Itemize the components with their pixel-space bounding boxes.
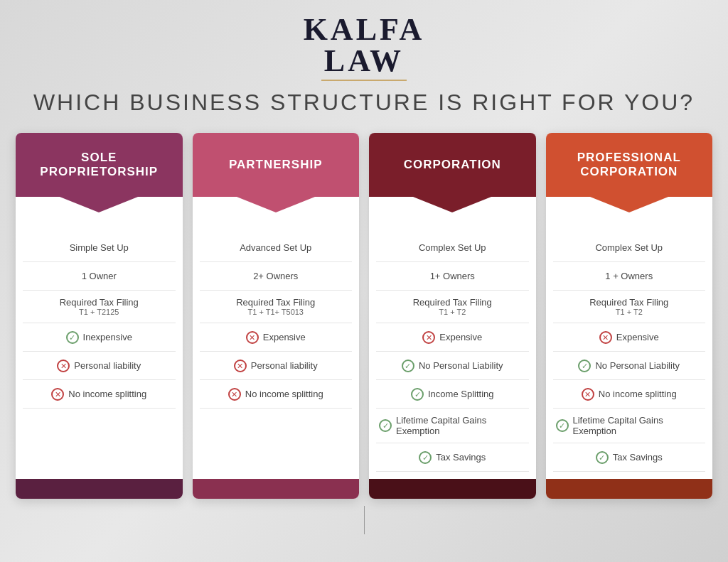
check-icon: ✓	[411, 388, 424, 401]
corporation-feature-1: 1+ Owners	[376, 262, 529, 291]
sole-arrow	[60, 197, 138, 212]
column-sole: SOLEPROPRIETORSHIPSimple Set Up1 OwnerRe…	[16, 133, 183, 499]
corporation-feature-2: Required Tax FilingT1 + T2	[376, 291, 529, 323]
professional-feature-label-3: Expensive	[616, 332, 659, 342]
cross-icon: ✕	[582, 388, 594, 401]
partnership-feature-0: Advanced Set Up	[200, 234, 353, 262]
professional-feature-label-5: No income splitting	[599, 389, 677, 399]
logo-underline	[321, 80, 407, 81]
check-icon: ✓	[66, 331, 79, 344]
sole-feature-label-4: Personal liability	[74, 360, 141, 371]
logo-line2: LAW	[324, 45, 404, 77]
corporation-feature-0: Complex Set Up	[376, 234, 529, 262]
professional-feature-3: ✕Expensive	[553, 323, 706, 352]
partnership-feature-label-3: Expensive	[263, 332, 306, 342]
professional-feature-1: 1 + Owners	[553, 262, 706, 291]
corporation-feature-6: ✓Lifetime Capital Gains Exemption	[376, 409, 529, 443]
professional-arrow	[590, 197, 668, 212]
professional-feature-0: Complex Set Up	[553, 234, 706, 262]
main-title: WHICH BUSINESS STRUCTURE IS RIGHT FOR YO…	[33, 90, 695, 116]
professional-feature-6: ✓Lifetime Capital Gains Exemption	[553, 409, 706, 443]
check-icon: ✓	[379, 419, 392, 432]
partnership-body: Advanced Set Up2+ OwnersRequired Tax Fil…	[193, 212, 360, 479]
partnership-header: PARTNERSHIP	[193, 133, 360, 197]
corporation-feature-label-3: Expensive	[439, 332, 482, 342]
corporation-feature-label-5: Income Splitting	[428, 389, 494, 399]
sole-feature-0: Simple Set Up	[23, 234, 176, 262]
logo-line1: KALFA	[304, 14, 425, 45]
corporation-arrow	[413, 197, 491, 212]
corporation-feature-3: ✕Expensive	[376, 323, 529, 352]
cross-icon: ✕	[246, 331, 259, 344]
sole-feature-4: ✕Personal liability	[23, 352, 176, 380]
sole-feature-label-3: Inexpensive	[83, 332, 132, 342]
cross-icon: ✕	[57, 360, 70, 372]
logo: KALFA LAW	[304, 14, 425, 84]
cross-icon: ✕	[422, 331, 435, 344]
partnership-feature-1: 2+ Owners	[200, 262, 353, 291]
cross-icon: ✕	[228, 388, 241, 401]
divider	[364, 506, 365, 534]
check-icon: ✓	[402, 360, 414, 372]
partnership-feature-3: ✕Expensive	[200, 323, 353, 352]
partnership-feature-2: Required Tax FilingT1 + T1+ T5013	[200, 291, 353, 323]
cross-icon: ✕	[51, 388, 64, 401]
professional-feature-2: Required Tax FilingT1 + T2	[553, 291, 706, 323]
partnership-feature-label-5: No income splitting	[245, 389, 323, 399]
sole-feature-label-5: No income splitting	[68, 389, 146, 399]
professional-feature-4: ✓No Personal Liability	[553, 352, 706, 380]
cross-icon: ✕	[234, 360, 247, 372]
corporation-feature-label-7: Tax Savings	[436, 452, 486, 463]
corporation-header: CORPORATION	[369, 133, 536, 197]
sole-body: Simple Set Up1 OwnerRequired Tax FilingT…	[16, 212, 183, 479]
sole-feature-5: ✕No income splitting	[23, 380, 176, 409]
sole-feature-1: 1 Owner	[23, 262, 176, 291]
column-professional: PROFESSIONALCORPORATIONComplex Set Up1 +…	[546, 133, 713, 499]
professional-footer	[546, 479, 713, 499]
cross-icon: ✕	[599, 331, 612, 344]
partnership-feature-label-4: Personal liability	[251, 360, 318, 371]
partnership-feature-5: ✕No income splitting	[200, 380, 353, 409]
sole-header: SOLEPROPRIETORSHIP	[16, 133, 183, 197]
sole-feature-3: ✓Inexpensive	[23, 323, 176, 352]
check-icon: ✓	[596, 451, 609, 464]
professional-feature-label-7: Tax Savings	[613, 452, 663, 463]
professional-feature-label-4: No Personal Liability	[595, 360, 680, 371]
professional-feature-5: ✕No income splitting	[553, 380, 706, 409]
professional-body: Complex Set Up1 + OwnersRequired Tax Fil…	[546, 212, 713, 479]
corporation-feature-4: ✓No Personal Liability	[376, 352, 529, 380]
column-corporation: CORPORATIONComplex Set Up1+ OwnersRequir…	[369, 133, 536, 499]
partnership-footer	[193, 479, 360, 499]
column-partnership: PARTNERSHIPAdvanced Set Up2+ OwnersRequi…	[193, 133, 360, 499]
check-icon: ✓	[578, 360, 591, 372]
sole-footer	[16, 479, 183, 499]
corporation-body: Complex Set Up1+ OwnersRequired Tax Fili…	[369, 212, 536, 479]
professional-feature-7: ✓Tax Savings	[553, 443, 706, 472]
corporation-footer	[369, 479, 536, 499]
corporation-feature-7: ✓Tax Savings	[376, 443, 529, 472]
professional-feature-label-6: Lifetime Capital Gains Exemption	[573, 415, 703, 436]
check-icon: ✓	[419, 451, 432, 464]
partnership-feature-4: ✕Personal liability	[200, 352, 353, 380]
corporation-feature-label-6: Lifetime Capital Gains Exemption	[396, 415, 526, 436]
corporation-feature-label-4: No Personal Liability	[419, 360, 503, 371]
check-icon: ✓	[556, 419, 569, 432]
partnership-arrow	[237, 197, 315, 212]
columns-container: SOLEPROPRIETORSHIPSimple Set Up1 OwnerRe…	[16, 133, 712, 499]
sole-feature-2: Required Tax FilingT1 + T2125	[23, 291, 176, 323]
professional-header: PROFESSIONALCORPORATION	[546, 133, 713, 197]
corporation-feature-5: ✓Income Splitting	[376, 380, 529, 409]
